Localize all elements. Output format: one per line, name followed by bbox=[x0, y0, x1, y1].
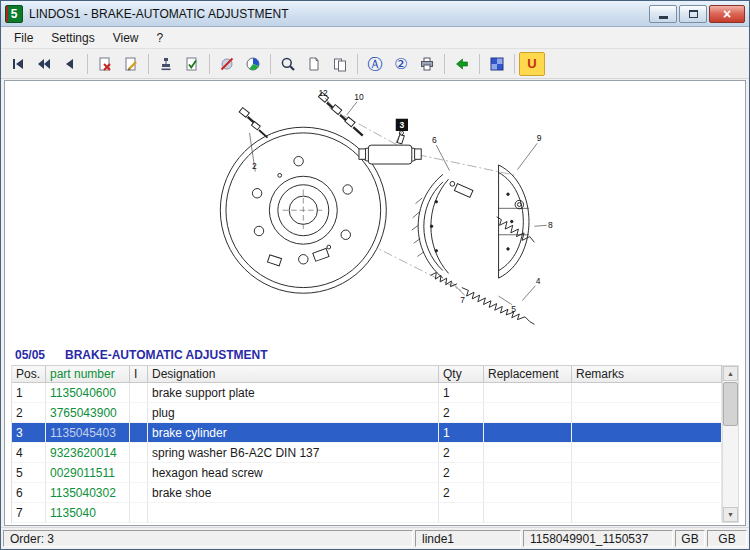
stamp-button[interactable] bbox=[153, 52, 179, 76]
zoom-icon bbox=[280, 56, 296, 72]
header-part-number[interactable]: part number bbox=[46, 366, 130, 382]
callout-7[interactable]: 7 bbox=[460, 295, 465, 305]
cell-pos: 2 bbox=[12, 403, 46, 422]
cell-i bbox=[130, 423, 148, 442]
cell-designation: spring washer B6-A2C DIN 137 bbox=[148, 443, 439, 462]
cell-i bbox=[130, 383, 148, 402]
minimize-button[interactable] bbox=[649, 5, 677, 23]
view-disabled-button[interactable] bbox=[214, 52, 240, 76]
cell-i bbox=[130, 483, 148, 502]
pie-chart-button[interactable] bbox=[240, 52, 266, 76]
header-pos[interactable]: Pos. bbox=[12, 366, 46, 382]
cell-replacement bbox=[484, 423, 572, 442]
table-row[interactable]: 50029011511hexagon head screw2 bbox=[12, 463, 722, 483]
cell-qty bbox=[439, 503, 484, 522]
menu-file[interactable]: File bbox=[5, 28, 42, 48]
two-pages-button[interactable] bbox=[327, 52, 353, 76]
document-delete-button[interactable] bbox=[92, 52, 118, 76]
toolbar-separator bbox=[87, 54, 88, 74]
circle-2-button[interactable]: ② bbox=[388, 52, 414, 76]
toolbar-separator bbox=[209, 54, 210, 74]
callout-2[interactable]: 2 bbox=[252, 161, 257, 171]
callout-8[interactable]: 8 bbox=[548, 220, 553, 230]
header-designation[interactable]: Designation bbox=[148, 366, 439, 382]
maximize-icon bbox=[689, 10, 698, 18]
cell-replacement bbox=[484, 443, 572, 462]
cell-replacement bbox=[484, 403, 572, 422]
header-i[interactable]: I bbox=[130, 366, 148, 382]
cell-part: 0029011511 bbox=[46, 463, 130, 482]
blue-mosaic-button[interactable] bbox=[484, 52, 510, 76]
cell-qty: 2 bbox=[439, 443, 484, 462]
circle-a-button[interactable]: Ⓐ bbox=[362, 52, 388, 76]
cell-i bbox=[130, 403, 148, 422]
document-edit-button[interactable] bbox=[118, 52, 144, 76]
app-window: 5 LINDOS1 - BRAKE-AUTOMATIC ADJUSTMENT ×… bbox=[0, 0, 750, 550]
go-previous-button[interactable] bbox=[57, 52, 83, 76]
callout-9[interactable]: 9 bbox=[537, 133, 542, 143]
scroll-thumb[interactable] bbox=[723, 382, 738, 426]
header-remarks[interactable]: Remarks bbox=[572, 366, 722, 382]
circle-2-icon: ② bbox=[394, 56, 407, 71]
table-row[interactable]: 49323620014spring washer B6-A2C DIN 1372 bbox=[12, 443, 722, 463]
document-check-button[interactable] bbox=[179, 52, 205, 76]
scroll-up-icon: ▲ bbox=[727, 370, 734, 377]
app-icon: 5 bbox=[5, 5, 23, 23]
cell-part: 1135040600 bbox=[46, 383, 130, 402]
header-qty[interactable]: Qty bbox=[439, 366, 484, 382]
callout-3-selected[interactable]: 3 bbox=[396, 119, 408, 131]
cell-replacement bbox=[484, 503, 572, 522]
go-previous-fast-button[interactable] bbox=[31, 52, 57, 76]
callout-6[interactable]: 6 bbox=[432, 135, 437, 145]
menu-help[interactable]: ? bbox=[148, 28, 173, 48]
maximize-button[interactable] bbox=[679, 5, 707, 23]
unit-u-icon: U bbox=[527, 57, 536, 70]
callout-4[interactable]: 4 bbox=[536, 276, 541, 286]
cell-pos: 6 bbox=[12, 483, 46, 502]
go-previous-fast-icon bbox=[36, 56, 52, 72]
table-row[interactable]: 11135040600brake support plate1 bbox=[12, 383, 722, 403]
single-page-icon bbox=[306, 56, 322, 72]
table-row[interactable]: 71135040 bbox=[12, 503, 722, 523]
page-indicator: 05/05 bbox=[15, 348, 45, 364]
zoom-button[interactable] bbox=[275, 52, 301, 76]
cell-designation bbox=[148, 503, 439, 522]
cell-remarks bbox=[572, 463, 722, 482]
blue-mosaic-icon bbox=[489, 56, 505, 72]
cell-qty: 1 bbox=[439, 383, 484, 402]
table-row[interactable]: 31135045403brake cylinder1 bbox=[12, 423, 722, 443]
single-page-button[interactable] bbox=[301, 52, 327, 76]
scroll-track[interactable] bbox=[723, 381, 738, 507]
cell-replacement bbox=[484, 383, 572, 402]
toolbar-separator bbox=[357, 54, 358, 74]
document-check-icon bbox=[184, 56, 200, 72]
cell-designation: brake cylinder bbox=[148, 423, 439, 442]
header-replacement[interactable]: Replacement bbox=[484, 366, 572, 382]
close-button[interactable]: × bbox=[709, 5, 745, 23]
unit-u-button[interactable]: U bbox=[519, 52, 545, 76]
scroll-up-button[interactable]: ▲ bbox=[723, 366, 738, 381]
table-scrollbar[interactable]: ▲ ▼ bbox=[722, 365, 739, 523]
cell-remarks bbox=[572, 423, 722, 442]
cell-qty: 1 bbox=[439, 423, 484, 442]
cell-part: 1135045403 bbox=[46, 423, 130, 442]
parts-table: Pos. part number I Designation Qty Repla… bbox=[11, 365, 722, 523]
callout-10[interactable]: 10 bbox=[354, 92, 364, 102]
go-first-button[interactable] bbox=[5, 52, 31, 76]
title-bar: 5 LINDOS1 - BRAKE-AUTOMATIC ADJUSTMENT × bbox=[1, 1, 749, 27]
print-button[interactable] bbox=[414, 52, 440, 76]
menu-bar: File Settings View ? bbox=[1, 27, 749, 49]
parts-table-body: 11135040600brake support plate1237650439… bbox=[12, 383, 722, 523]
callout-5[interactable]: 5 bbox=[511, 304, 516, 314]
green-back-arrow-button[interactable] bbox=[449, 52, 475, 76]
callout-12[interactable]: 12 bbox=[318, 88, 328, 98]
cell-part: 3765043900 bbox=[46, 403, 130, 422]
table-row[interactable]: 23765043900plug2 bbox=[12, 403, 722, 423]
window-controls: × bbox=[649, 5, 745, 23]
cell-replacement bbox=[484, 483, 572, 502]
menu-settings[interactable]: Settings bbox=[42, 28, 103, 48]
scroll-down-button[interactable]: ▼ bbox=[723, 507, 738, 522]
cell-designation: plug bbox=[148, 403, 439, 422]
table-row[interactable]: 61135040302brake shoe2 bbox=[12, 483, 722, 503]
menu-view[interactable]: View bbox=[104, 28, 148, 48]
